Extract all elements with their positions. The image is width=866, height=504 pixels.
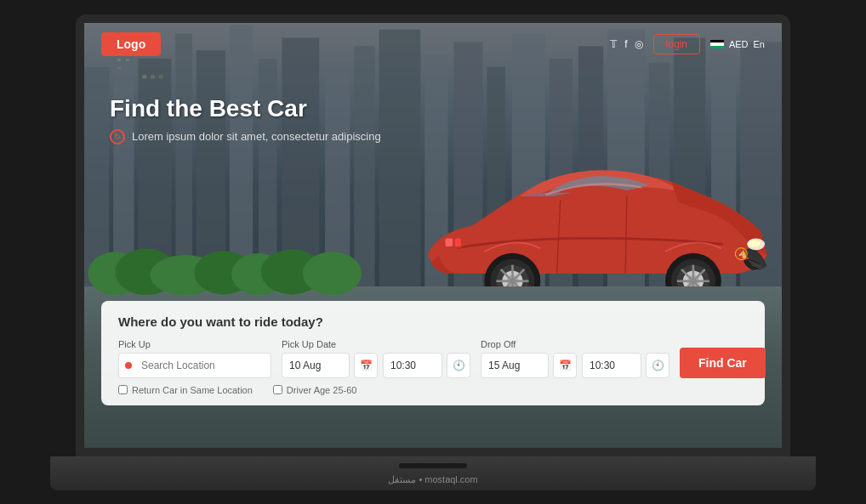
return-car-checkbox[interactable] bbox=[118, 385, 128, 394]
svg-point-37 bbox=[749, 240, 761, 247]
logo-button[interactable]: Logo bbox=[101, 32, 161, 56]
pickup-date-group: Pick Up Date 📅 🕙 bbox=[282, 339, 470, 378]
instagram-icon[interactable]: ◎ bbox=[635, 38, 643, 50]
svg-point-34 bbox=[303, 252, 362, 295]
calendar-icon[interactable]: 📅 bbox=[354, 353, 378, 378]
return-car-label: Return Car in Same Location bbox=[132, 385, 253, 395]
facebook-icon[interactable]: f bbox=[624, 38, 627, 50]
pickup-group: Pick Up bbox=[118, 339, 271, 378]
currency-label: AED bbox=[729, 39, 749, 49]
dropoff-calendar-icon[interactable]: 📅 bbox=[553, 353, 577, 378]
search-question: Where do you want to ride today? bbox=[118, 314, 748, 329]
pickup-date-input[interactable] bbox=[282, 353, 350, 378]
location-dot-icon bbox=[125, 362, 132, 369]
nav-right: 𝕋 f ◎ login AED En bbox=[610, 34, 765, 54]
driver-age-checkbox[interactable] bbox=[273, 385, 282, 394]
laptop-wrapper: 🐴 bbox=[50, 14, 816, 490]
login-button[interactable]: login bbox=[653, 34, 700, 54]
refresh-icon: ↻ bbox=[110, 129, 125, 144]
svg-rect-47 bbox=[455, 238, 461, 246]
driver-age-checkbox-label[interactable]: Driver Age 25-60 bbox=[273, 385, 357, 395]
pickup-time-input[interactable] bbox=[383, 353, 442, 378]
pickup-input-wrapper bbox=[118, 353, 271, 378]
svg-rect-46 bbox=[446, 238, 453, 246]
language-label: En bbox=[754, 39, 765, 49]
currency-language: AED En bbox=[710, 39, 765, 49]
dropoff-label: Drop Off bbox=[481, 339, 669, 349]
hero-subtitle: ↻ Lorem ipsum dolor sit amet, consectetu… bbox=[110, 129, 381, 144]
twitter-icon[interactable]: 𝕋 bbox=[610, 38, 618, 50]
social-icons: 𝕋 f ◎ bbox=[610, 38, 642, 50]
greenery bbox=[84, 248, 363, 295]
hero-section: 🐴 bbox=[84, 23, 782, 448]
clock-icon[interactable]: 🕙 bbox=[447, 353, 470, 378]
laptop-bottom-text: مستقل • mostaql.com bbox=[388, 474, 477, 485]
dropoff-clock-icon[interactable]: 🕙 bbox=[646, 353, 669, 378]
find-car-button[interactable]: Find Car bbox=[680, 348, 766, 378]
flag-icon bbox=[710, 40, 724, 48]
laptop-base: مستقل • mostaql.com bbox=[50, 456, 816, 490]
hero-subtitle-text: Lorem ipsum dolor sit amet, consectetur … bbox=[132, 130, 381, 143]
browser-content: 🐴 bbox=[84, 23, 782, 448]
pickup-label: Pick Up bbox=[118, 339, 271, 349]
hero-text: Find the Best Car ↻ Lorem ipsum dolor si… bbox=[110, 95, 381, 144]
form-fields: Pick Up Pick Up Date 📅 bbox=[118, 339, 748, 378]
driver-age-label: Driver Age 25-60 bbox=[287, 385, 357, 395]
search-form: Where do you want to ride today? Pick Up bbox=[101, 301, 765, 405]
dropoff-group: Drop Off 📅 🕙 bbox=[481, 339, 669, 378]
dropoff-date-input[interactable] bbox=[481, 353, 549, 378]
return-car-checkbox-label[interactable]: Return Car in Same Location bbox=[118, 385, 253, 395]
checkboxes: Return Car in Same Location Driver Age 2… bbox=[118, 385, 748, 395]
pickup-date-label: Pick Up Date bbox=[282, 339, 470, 349]
laptop-screen: 🐴 bbox=[76, 14, 790, 456]
pickup-date-row: 📅 🕙 bbox=[282, 353, 470, 378]
hero-title: Find the Best Car bbox=[110, 95, 381, 122]
navbar: Logo 𝕋 f ◎ login AED En bbox=[84, 23, 782, 65]
pickup-location-input[interactable] bbox=[118, 353, 271, 378]
svg-text:🐴: 🐴 bbox=[738, 249, 748, 259]
dropoff-row: 📅 🕙 bbox=[481, 353, 669, 378]
dropoff-time-input[interactable] bbox=[582, 353, 641, 378]
